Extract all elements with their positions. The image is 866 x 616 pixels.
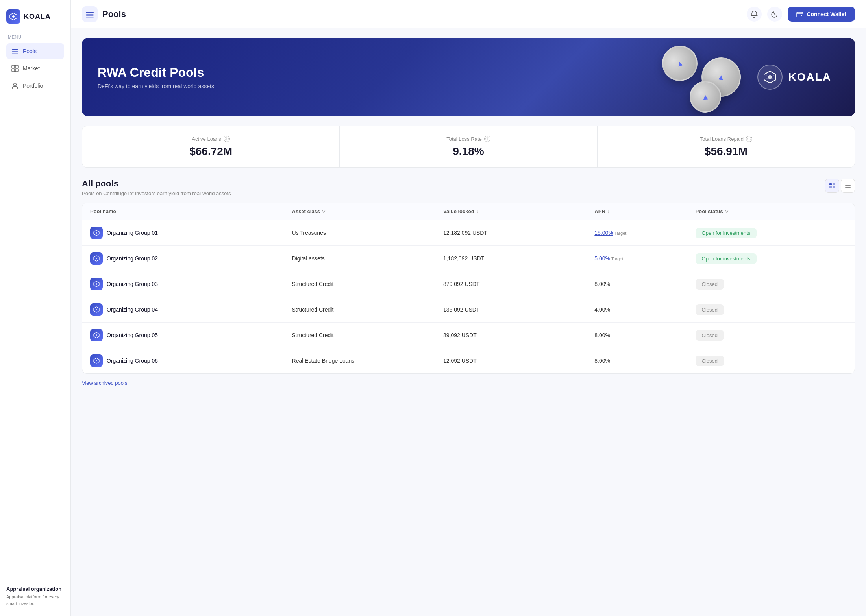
view-toggle (825, 179, 855, 193)
banner-content: RWA Credit Pools DeFi's way to earn yiel… (98, 65, 214, 89)
banner: RWA Credit Pools DeFi's way to earn yiel… (82, 38, 855, 116)
svg-rect-20 (829, 186, 832, 188)
th-apr[interactable]: APR ↓ (594, 208, 695, 214)
svg-rect-23 (845, 185, 851, 186)
pool-name-text: Organizing Group 06 (107, 358, 158, 364)
moon-icon (771, 11, 778, 18)
stat-loss-rate: Total Loss Rate ⓘ 9.18% (340, 126, 597, 167)
status-cell: Open for investments (696, 253, 847, 264)
svg-rect-24 (845, 187, 851, 188)
pool-name-text: Organizing Group 02 (107, 255, 158, 262)
status-badge: Closed (696, 356, 724, 366)
svg-rect-7 (15, 69, 18, 72)
apr-cell: 8.00% (594, 281, 695, 287)
banner-subtitle: DeFi's way to earn yields from real worl… (98, 83, 214, 89)
svg-rect-18 (829, 183, 832, 185)
svg-point-0 (12, 15, 15, 18)
table-header: Pool name Asset class ▽ Value locked ↓ A… (82, 203, 855, 220)
pool-name-text: Organizing Group 01 (107, 230, 158, 236)
pool-icon (90, 278, 103, 290)
pools-table: Pool name Asset class ▽ Value locked ↓ A… (82, 203, 855, 374)
sidebar-item-portfolio[interactable]: Portfolio (6, 78, 64, 94)
market-icon (11, 65, 19, 72)
svg-point-27 (96, 283, 97, 285)
value-locked-sort-icon[interactable]: ↓ (476, 209, 479, 214)
table-row[interactable]: Organizing Group 06 Real Estate Bridge L… (82, 348, 855, 373)
svg-point-8 (14, 83, 17, 86)
banner-logo-icon (757, 65, 783, 90)
dark-mode-button[interactable] (767, 7, 782, 22)
svg-rect-1 (12, 49, 18, 50)
sidebar: KOALA Menu Pools Market (0, 0, 71, 616)
notification-button[interactable] (747, 7, 762, 22)
svg-point-13 (801, 15, 802, 16)
value-locked-cell: 135,092 USDT (443, 306, 594, 313)
footer-desc: Appraisal platform for every smart inves… (6, 594, 64, 607)
pool-icon (90, 329, 103, 341)
list-view-icon (829, 183, 835, 189)
sidebar-item-pools[interactable]: Pools (6, 43, 64, 59)
th-value-locked[interactable]: Value locked ↓ (443, 208, 594, 214)
pools-page-icon (82, 6, 98, 22)
th-asset-class[interactable]: Asset class ▽ (292, 208, 443, 214)
stat-active-loans: Active Loans ⓘ $66.72M (82, 126, 339, 167)
svg-rect-6 (12, 69, 15, 72)
svg-rect-19 (833, 183, 835, 185)
table-row[interactable]: Organizing Group 05 Structured Credit 89… (82, 323, 855, 348)
header: Pools Connect Wallet (71, 0, 866, 28)
pool-name-text: Organizing Group 05 (107, 332, 158, 338)
header-left: Pools (82, 6, 747, 22)
sidebar-item-market[interactable]: Market (6, 61, 64, 76)
status-badge: Closed (696, 330, 724, 341)
asset-class-cell: Structured Credit (292, 281, 443, 287)
pool-name-cell: Organizing Group 03 (90, 278, 292, 290)
status-cell: Closed (696, 330, 847, 341)
table-row[interactable]: Organizing Group 02 Digital assets 1,182… (82, 246, 855, 271)
sidebar-logo: KOALA (6, 9, 64, 24)
th-pool-status[interactable]: Pool status ▽ (696, 208, 847, 214)
wallet-icon (796, 11, 803, 18)
th-pool-name: Pool name (90, 208, 292, 214)
loss-rate-info-icon[interactable]: ⓘ (484, 136, 490, 142)
table-row[interactable]: Organizing Group 03 Structured Credit 87… (82, 271, 855, 297)
pool-status-filter-icon[interactable]: ▽ (725, 209, 728, 214)
all-pools-subtitle: Pools on Centrifuge let investors earn y… (82, 190, 231, 196)
view-archived-link[interactable]: View archived pools (82, 380, 127, 386)
asset-class-cell: Structured Credit (292, 332, 443, 338)
pool-icon (90, 303, 103, 316)
apr-cell: 8.00% (594, 358, 695, 364)
table-body: Organizing Group 01 Us Treasuries 12,182… (82, 220, 855, 373)
stat-loss-rate-value: 9.18% (352, 145, 584, 158)
pool-name-cell: Organizing Group 05 (90, 329, 292, 341)
pool-name-text: Organizing Group 03 (107, 281, 158, 287)
table-row[interactable]: Organizing Group 01 Us Treasuries 12,182… (82, 220, 855, 246)
apr-sort-icon[interactable]: ↓ (607, 209, 610, 214)
status-badge: Open for investments (696, 253, 757, 264)
status-badge: Closed (696, 304, 724, 315)
loans-repaid-info-icon[interactable]: ⓘ (746, 136, 752, 142)
apr-cell: 15.00%Target (594, 230, 695, 236)
main-area: Pools Connect Wallet (71, 0, 866, 616)
active-loans-info-icon[interactable]: ⓘ (224, 136, 230, 142)
portfolio-icon (11, 82, 19, 90)
status-cell: Open for investments (696, 228, 847, 238)
list-view-button[interactable] (825, 179, 839, 193)
status-cell: Closed (696, 304, 847, 315)
stat-loans-repaid-value: $56.91M (610, 145, 842, 158)
svg-point-26 (96, 258, 97, 259)
content-area: RWA Credit Pools DeFi's way to earn yiel… (71, 28, 866, 616)
connect-wallet-button[interactable]: Connect Wallet (788, 7, 855, 22)
asset-class-cell: Digital assets (292, 255, 443, 262)
asset-class-filter-icon[interactable]: ▽ (322, 209, 325, 214)
banner-logo: KOALA (757, 65, 831, 90)
grid-view-button[interactable] (841, 179, 855, 193)
status-cell: Closed (696, 279, 847, 290)
status-badge: Closed (696, 279, 724, 290)
value-locked-cell: 879,092 USDT (443, 281, 594, 287)
svg-rect-9 (86, 12, 94, 13)
page-title: Pools (102, 9, 126, 19)
banner-logo-text: KOALA (788, 71, 831, 83)
bell-icon (750, 10, 758, 18)
table-row[interactable]: Organizing Group 04 Structured Credit 13… (82, 297, 855, 323)
svg-rect-21 (833, 186, 835, 188)
